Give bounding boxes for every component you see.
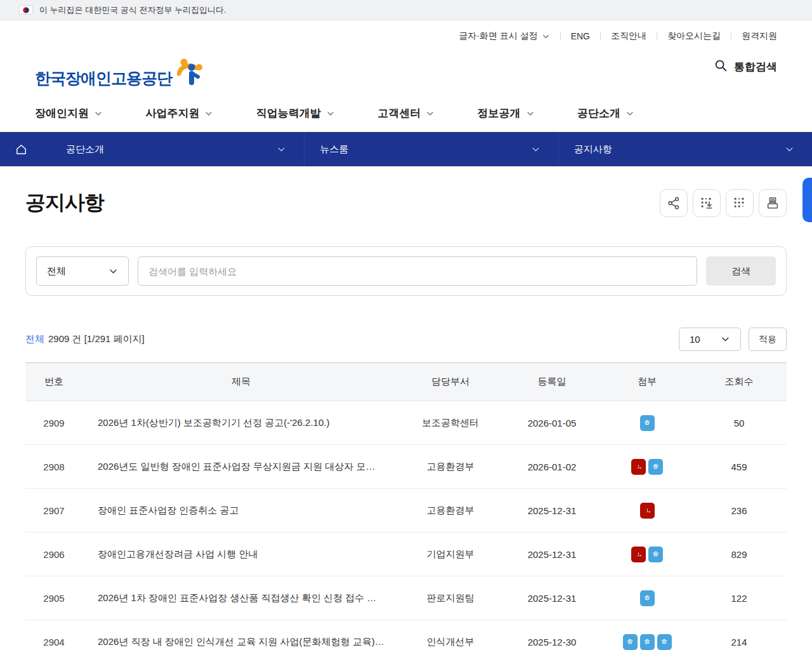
row-views: 459 — [691, 461, 787, 472]
nav-item-5[interactable]: 공단소개 — [577, 106, 634, 121]
row-date: 2026-01-05 — [501, 418, 603, 428]
row-views: 214 — [691, 637, 787, 647]
col-header-1: 제목 — [82, 376, 400, 388]
breadcrumb-sections: 공단소개뉴스룸공지사항 — [42, 132, 812, 166]
chevron-down-icon — [542, 32, 550, 41]
logo-text: 한국장애인고용공단 — [35, 68, 172, 89]
divider — [657, 32, 657, 41]
pdf-attachment-icon[interactable] — [631, 459, 646, 475]
row-date: 2025-12-31 — [501, 505, 603, 516]
row-attachments: ㅎㅎㅎ — [603, 634, 691, 650]
result-scope-link[interactable]: 전체 — [25, 333, 44, 344]
chevron-down-icon — [204, 109, 213, 118]
divider — [731, 32, 731, 41]
notice-title-link[interactable]: 2026년 1차 장애인 표준사업장 생산품 직접생산 확인 신청 접수 안내 — [82, 592, 400, 604]
quick-menu-tab[interactable] — [802, 178, 812, 222]
row-number: 2904 — [25, 637, 82, 647]
row-views: 50 — [691, 418, 787, 428]
hwp-attachment-icon[interactable]: ㅎ — [640, 590, 655, 606]
header: 글자·화면 표시 설정ENG조직안내찾아오시는길원격지원 한국장애인고용공단 통… — [0, 20, 812, 95]
table-row[interactable]: 2907장애인 표준사업장 인증취소 공고고용환경부2025-12-31236 — [25, 489, 787, 533]
chevron-down-icon — [721, 335, 730, 344]
table-row[interactable]: 29052026년 1차 장애인 표준사업장 생산품 직접생산 확인 신청 접수… — [25, 576, 787, 620]
notice-table: 번호제목담당부서등록일첨부조회수 29092026년 1차(상반기) 보조공학기… — [25, 362, 787, 650]
table-row[interactable]: 29042026년 직장 내 장애인 인식개선 교육 지원 사업(문화체험형 교… — [25, 620, 787, 650]
braille-button[interactable] — [726, 189, 754, 217]
main-nav-items: 장애인지원사업주지원직업능력개발고객센터정보공개공단소개 — [35, 106, 634, 121]
hwp-attachment-icon[interactable]: ㅎ — [640, 415, 655, 431]
row-attachments: ㅎ — [603, 547, 691, 562]
chevron-down-icon — [426, 109, 435, 118]
gov-banner-text: 이 누리집은 대한민국 공식 전자정부 누리집입니다. — [39, 4, 226, 16]
table-row[interactable]: 29092026년 1차(상반기) 보조공학기기 선정 공고(-'26.2.10… — [25, 401, 787, 445]
search-submit-button[interactable]: 검색 — [706, 256, 776, 286]
row-date: 2026-01-02 — [501, 461, 603, 472]
table-row[interactable]: 29082026년도 일반형 장애인 표준사업장 무상지원금 지원 대상자 모집… — [25, 445, 787, 489]
logo-mark-icon — [177, 57, 204, 89]
chevron-down-icon — [277, 145, 286, 154]
notice-title-link[interactable]: 2026년 1차(상반기) 보조공학기기 선정 공고(-'26.2.10.) — [82, 417, 400, 429]
table-header-row: 번호제목담당부서등록일첨부조회수 — [25, 363, 787, 401]
row-attachments: ㅎ — [603, 459, 691, 475]
display-settings-menu[interactable]: 글자·화면 표시 설정 — [459, 30, 549, 42]
row-attachments — [603, 503, 691, 519]
page-size-select[interactable]: 10 — [679, 328, 741, 351]
row-number: 2905 — [25, 593, 82, 604]
col-header-2: 담당부서 — [400, 376, 501, 388]
breadcrumb-dropdown-0[interactable]: 공단소개 — [42, 132, 304, 166]
nav-item-0[interactable]: 장애인지원 — [35, 106, 103, 121]
page-size-value: 10 — [690, 334, 700, 345]
nav-item-2[interactable]: 직업능력개발 — [256, 106, 335, 121]
chevron-down-icon — [526, 109, 535, 118]
breadcrumb: 공단소개뉴스룸공지사항 — [0, 132, 812, 166]
breadcrumb-dropdown-1[interactable]: 뉴스룸 — [304, 132, 558, 166]
row-attachments: ㅎ — [603, 415, 691, 431]
apply-button[interactable]: 적용 — [749, 328, 787, 351]
utility-link-2[interactable]: 찾아오시는길 — [667, 30, 721, 42]
breadcrumb-dropdown-2[interactable]: 공지사항 — [558, 132, 812, 166]
chevron-down-icon — [326, 109, 335, 118]
site-logo[interactable]: 한국장애인고용공단 — [35, 57, 204, 89]
notice-title-link[interactable]: 장애인고용개선장려금 사업 시행 안내 — [82, 548, 400, 560]
row-department: 고용환경부 — [400, 461, 501, 473]
hwp-attachment-icon[interactable]: ㅎ — [657, 634, 672, 650]
chevron-down-icon — [531, 145, 540, 154]
print-button[interactable] — [759, 189, 787, 217]
global-search-button[interactable]: 통합검색 — [714, 58, 777, 76]
nav-item-1[interactable]: 사업주지원 — [145, 106, 213, 121]
utility-links: 글자·화면 표시 설정ENG조직안내찾아오시는길원격지원 — [459, 30, 777, 42]
display-settings-label: 글자·화면 표시 설정 — [459, 30, 537, 42]
home-icon[interactable] — [0, 143, 42, 156]
pdf-attachment-icon[interactable] — [640, 503, 655, 519]
utility-link-1[interactable]: 조직안내 — [611, 30, 646, 42]
pdf-glyph — [634, 462, 643, 472]
row-date: 2025-12-30 — [501, 637, 603, 647]
hwp-attachment-icon[interactable]: ㅎ — [623, 634, 638, 650]
col-header-5: 조회수 — [691, 376, 787, 388]
notice-title-link[interactable]: 장애인 표준사업장 인증취소 공고 — [82, 505, 400, 517]
share-button[interactable] — [660, 189, 688, 217]
chevron-down-icon — [108, 267, 118, 276]
search-category-select[interactable]: 전체 — [36, 256, 129, 286]
pdf-attachment-icon[interactable] — [631, 547, 646, 562]
page-toolbar — [660, 189, 787, 217]
braille-download-button[interactable] — [693, 189, 721, 217]
nav-item-4[interactable]: 정보공개 — [478, 106, 535, 121]
notice-title-link[interactable]: 2026년 직장 내 장애인 인식개선 교육 지원 사업(문화체험형 교육) 위… — [82, 636, 400, 648]
notice-title-link[interactable]: 2026년도 일반형 장애인 표준사업장 무상지원금 지원 대상자 모집 안내 — [82, 461, 400, 473]
utility-link-3[interactable]: 원격지원 — [742, 30, 777, 42]
nav-item-3[interactable]: 고객센터 — [377, 106, 435, 121]
hwp-attachment-icon[interactable]: ㅎ — [640, 634, 655, 650]
hwp-attachment-icon[interactable]: ㅎ — [648, 459, 663, 475]
page-title: 공지사항 — [25, 189, 104, 217]
divider — [560, 32, 561, 41]
utility-link-0[interactable]: ENG — [571, 31, 590, 41]
row-number: 2907 — [25, 505, 82, 516]
row-number: 2908 — [25, 461, 82, 472]
table-row[interactable]: 2906장애인고용개선장려금 사업 시행 안내기업지원부2025-12-31ㅎ8… — [25, 533, 787, 576]
row-number: 2906 — [25, 549, 82, 560]
search-input[interactable] — [138, 256, 697, 286]
hwp-attachment-icon[interactable]: ㅎ — [648, 547, 663, 562]
col-header-4: 첨부 — [603, 376, 691, 388]
row-department: 보조공학센터 — [400, 417, 501, 429]
